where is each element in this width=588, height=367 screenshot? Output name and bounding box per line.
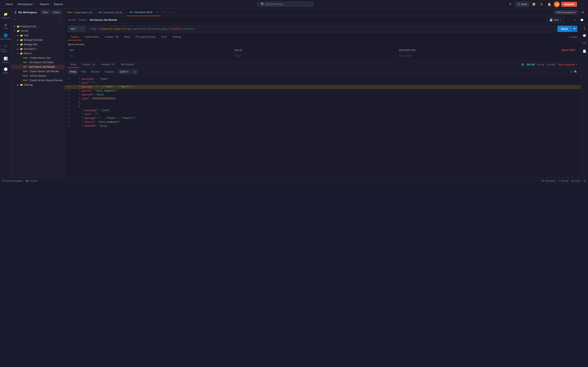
col-desc-header: DESCRIPTION <box>398 48 493 53</box>
settings-icon[interactable]: ⚙ <box>538 1 545 7</box>
sync-icon[interactable]: ⟳ <box>507 1 513 7</box>
tree-item-postman-echo[interactable]: ▶ 📁 Postman Echo <box>11 24 64 29</box>
tree-item-export-search-job-results[interactable]: POST Export Search Job Results <box>11 69 64 74</box>
cookies-link[interactable]: Cookies <box>569 36 577 39</box>
sidebar-item-history[interactable]: 🕒 History <box>0 66 11 75</box>
breadcrumb-search[interactable]: Search <box>79 18 86 21</box>
nav-reports[interactable]: Reports <box>37 1 52 7</box>
nav-workspaces[interactable]: Workspaces ▼ <box>15 1 37 7</box>
bulk-edit-cell: Bulk Edit <box>493 48 577 53</box>
environment-selector[interactable]: YHP Environment ▼ <box>554 10 578 15</box>
eye-icon[interactable]: 👁 <box>580 9 586 16</box>
tree-item-adhoc-search[interactable]: POST Ad-hoc Search <box>11 74 64 78</box>
req-tab-headers[interactable]: Headers 8 <box>102 34 121 40</box>
search-response-icon[interactable]: 🔍 <box>574 70 577 73</box>
resp-body-tab-raw[interactable]: Raw <box>79 69 88 74</box>
tree-item-get-search-job-results[interactable]: GET Get Search Job Results <box>11 65 64 69</box>
url-input[interactable]: http://{{host}}:{{port}}/api/search/v1.0… <box>88 26 556 32</box>
tree-item-search[interactable]: ▼ 📁 Search <box>11 51 64 56</box>
cookie-icon[interactable]: 🍪 <box>531 1 537 7</box>
resp-tab-body[interactable]: Body <box>68 61 79 68</box>
tree-item-export-adhoc-search-results[interactable]: POST Export Ad-hoc Search Results <box>11 78 64 83</box>
chevron-right-icon: ▶ <box>17 34 20 36</box>
desc-input[interactable] <box>399 54 576 57</box>
key-input[interactable] <box>69 54 231 57</box>
resp-tab-test-results[interactable]: Test Results <box>118 61 137 68</box>
resp-body-actions: ⎘ 🔍 <box>571 70 577 73</box>
bulk-edit-button[interactable]: Bulk Edit <box>562 49 576 52</box>
json-format-select[interactable]: JSON ▼ <box>118 70 130 74</box>
info-icon[interactable]: ℹ <box>582 25 587 31</box>
req-tab-settings[interactable]: Settings <box>170 34 184 40</box>
edit-icon[interactable]: ✏ <box>573 18 577 22</box>
method-chevron-icon: ▼ <box>82 28 84 30</box>
wrap-lines-button[interactable]: ≡ <box>132 69 138 74</box>
value-input[interactable] <box>234 54 396 57</box>
folder-icon: 📁 <box>20 83 23 86</box>
tab-close-icon[interactable]: ✕ <box>155 10 158 14</box>
tab-create-search-job[interactable]: POST Create Search Job <box>65 8 95 16</box>
tree-item-get-search-job-status[interactable]: GET Get Search Job Status <box>11 60 64 65</box>
tree-item-create-search-job[interactable]: POST Create Search Job <box>11 56 64 60</box>
resp-tab-cookies[interactable]: Cookies 1 <box>79 61 98 68</box>
sidebar-item-environments[interactable]: 🌐 Environments <box>0 32 11 42</box>
sidebar-item-collections[interactable]: 📁 Collections <box>0 11 11 20</box>
save-button[interactable]: 💾 Params Save ▼ <box>547 17 564 22</box>
sidebar-item-monitors[interactable]: 📊 Monitors <box>0 55 11 65</box>
bottom-trash[interactable]: 🗑 Trash <box>572 179 580 182</box>
document-icon[interactable]: 📄 <box>582 48 587 54</box>
send-dropdown-button[interactable]: ▼ <box>571 26 577 32</box>
req-tab-authorization[interactable]: Authorization <box>82 34 102 40</box>
resp-body-tab-visualize[interactable]: Visualize <box>103 69 116 74</box>
code-icon[interactable]: </> <box>582 40 587 46</box>
search-bar[interactable]: 🔍 Search Postman <box>257 2 314 7</box>
nav-home[interactable]: Home <box>3 1 15 7</box>
resp-body-tab-pretty[interactable]: Pretty <box>68 69 78 74</box>
environments-icon: 🌐 <box>4 33 8 37</box>
expand-icon[interactable]: ⋮ <box>579 1 585 7</box>
tree-item-get-data-in[interactable]: ▶ 📁 Get Data In <box>11 47 64 51</box>
req-tab-pre-request-script[interactable]: Pre-request Script <box>133 34 158 40</box>
tree-item-manage-eventset[interactable]: ▶ 📁 Manage Eventset <box>11 38 64 42</box>
method-select[interactable]: GET ▼ <box>68 25 86 32</box>
comments-icon[interactable]: 💬 <box>582 33 587 39</box>
save-response-button[interactable]: Save Response ▼ <box>558 63 577 66</box>
import-button[interactable]: Import <box>51 10 62 14</box>
bottom-find-replace[interactable]: ⊞ Find and Replace <box>2 179 23 182</box>
tree-item-auth[interactable]: ▶ 📁 Auth <box>11 33 64 38</box>
tree-item-cleanup[interactable]: ▶ 📁 Cleanup <box>11 83 64 87</box>
req-tab-body[interactable]: Body <box>121 34 133 40</box>
comment-icon[interactable]: 💬 <box>579 18 585 22</box>
new-button[interactable]: New <box>41 10 50 14</box>
tree-item-manage-hei[interactable]: ▶ 📁 Manage HEI <box>11 42 64 47</box>
breadcrumb-yh-api[interactable]: YH API <box>68 18 76 21</box>
req-tab-params[interactable]: Params <box>68 34 82 40</box>
copy-icon[interactable]: ⎘ <box>571 70 572 73</box>
sidebar-item-apis[interactable]: ◈ APIs <box>0 21 11 31</box>
add-tab-button[interactable]: + <box>161 8 168 16</box>
invite-button[interactable]: 👤 Invite <box>515 2 529 7</box>
bottom-layout[interactable]: ⊟ <box>584 179 586 182</box>
nav-explore[interactable]: Explore <box>52 1 65 7</box>
bottom-console[interactable]: ▣ Console <box>26 179 37 182</box>
bottom-bootcamp[interactable]: 🎓 Bootcamp <box>542 179 555 182</box>
resp-body-tab-preview[interactable]: Preview <box>89 69 102 74</box>
req-tab-tests[interactable]: Tests <box>158 34 170 40</box>
tab-get-search-job-status[interactable]: GET Get Search Job St... <box>95 8 127 16</box>
add-collection-icon[interactable]: ＋ <box>14 18 16 21</box>
response-area: Body Cookies 1 Headers 7 Test Results <box>65 61 581 178</box>
tab-overflow-button[interactable]: ⋯ <box>168 8 174 16</box>
notification-icon[interactable]: 🔔 <box>546 1 552 7</box>
resp-tab-headers[interactable]: Headers 7 <box>98 61 118 68</box>
tab-get-search-job-results[interactable]: GET Get Search Job R... ✕ <box>127 8 161 16</box>
upgrade-button[interactable]: Upgrade <box>561 2 577 7</box>
sort-icon[interactable]: ⋮ <box>17 18 20 21</box>
sidebar-item-mock-servers[interactable]: ⬡ Mock Servers <box>0 42 11 54</box>
more-options-button[interactable]: ⋯ <box>566 18 571 22</box>
save-dropdown-icon[interactable]: ▼ <box>560 19 562 21</box>
more-options-icon[interactable]: ⋯ <box>59 18 62 21</box>
tree-item-yh-api[interactable]: ▼ 📁 YH API <box>11 29 64 33</box>
bottom-runner[interactable]: ▷ Runner <box>559 179 568 182</box>
send-button[interactable]: Send <box>557 26 571 32</box>
avatar[interactable]: YH <box>554 1 560 7</box>
